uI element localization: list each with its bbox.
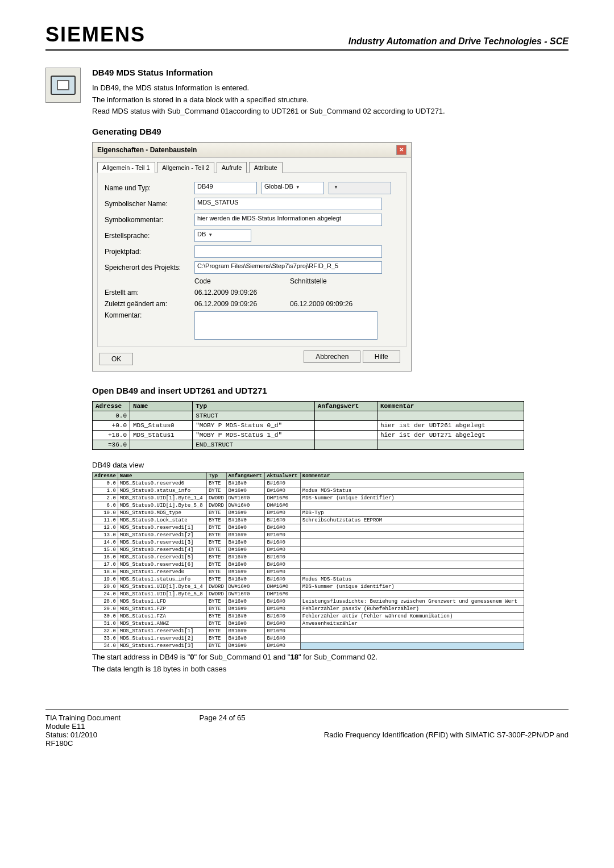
footer-left-3: Status: 01/2010 bbox=[45, 731, 121, 739]
tab-attribute[interactable]: Attribute bbox=[249, 162, 283, 173]
monitor-icon bbox=[45, 68, 81, 103]
table-row[interactable]: +18.0MDS_Status1"MOBY P MDS-Status 1_d"h… bbox=[93, 430, 524, 440]
intro-line-2: The information is stored in a data bloc… bbox=[92, 95, 569, 105]
intro-line-3: Read MDS status with Sub_Command 01accor… bbox=[92, 106, 569, 116]
dropdown-sprache[interactable]: DB bbox=[194, 229, 251, 242]
table-row[interactable]: +0.0MDS_Status0"MOBY P MDS-Status 0_d"hi… bbox=[93, 420, 524, 430]
table-row[interactable]: =36.0END_STRUCT bbox=[93, 440, 524, 449]
section-title-generating: Generating DB49 bbox=[92, 127, 569, 136]
struct-table: AdresseNameTypAnfangswertKommentar 0.0ST… bbox=[92, 401, 524, 450]
after-table-line-2: The data length is 18 bytes in both case… bbox=[92, 664, 569, 674]
footer-left-4: RF180C bbox=[45, 739, 121, 748]
value-erstellt: 06.12.2009 09:09:26 bbox=[194, 289, 285, 297]
table-row[interactable]: 0.0MDS_Status0.reserved0BYTEB#16#0B#16#0 bbox=[93, 480, 524, 487]
label-code: Code bbox=[194, 277, 285, 285]
table-row[interactable]: 14.0MDS_Status0.reserved1[3]BYTEB#16#0B#… bbox=[93, 539, 524, 546]
table-row[interactable]: 13.0MDS_Status0.reserved1[2]BYTEB#16#0B#… bbox=[93, 532, 524, 539]
page-header: SIEMENS Industry Automation and Drive Te… bbox=[45, 23, 569, 51]
table-row[interactable]: 16.0MDS_Status0.reserved1[5]BYTEB#16#0B#… bbox=[93, 554, 524, 561]
properties-dialog: Eigenschaften - Datenbaustein ✕ Allgemei… bbox=[92, 142, 412, 372]
dropdown-type[interactable]: Global-DB bbox=[262, 182, 324, 194]
intro-line-1: In DB49, the MDS status Information is e… bbox=[92, 83, 569, 93]
label-sym-kom: Symbolkommentar: bbox=[105, 216, 190, 224]
table-row[interactable]: 19.0MDS_Status1.status_infoBYTEB#16#0B#1… bbox=[93, 576, 524, 583]
dropdown-disabled bbox=[329, 182, 391, 194]
label-erst-spr: Erstellsprache: bbox=[105, 232, 190, 240]
input-sym-name[interactable]: MDS_STATUS bbox=[194, 198, 382, 210]
table-row[interactable]: 2.0MDS_Status0.UID[1].Byte_1_4DWORDDW#16… bbox=[93, 495, 524, 502]
table-row[interactable]: 1.0MDS_Status0.status_infoBYTEB#16#0B#16… bbox=[93, 487, 524, 495]
after-table-line-1: The start address in DB49 is "0" for Sub… bbox=[92, 652, 569, 662]
textarea-kommentar[interactable] bbox=[194, 311, 377, 340]
tab-allgemein-2[interactable]: Allgemein - Teil 2 bbox=[157, 162, 215, 173]
label-sym-name: Symbolischer Name: bbox=[105, 200, 190, 208]
table-row[interactable]: 11.0MDS_Status0.Lock_stateBYTEB#16#0B#16… bbox=[93, 517, 524, 524]
dialog-title: Eigenschaften - Datenbaustein bbox=[97, 146, 197, 154]
label-schnittstelle: Schnittstelle bbox=[290, 277, 327, 285]
table-row[interactable]: 34.0MDS_Status1.reserved1[3]BYTEB#16#0B#… bbox=[93, 642, 524, 650]
cancel-button[interactable]: Abbrechen bbox=[304, 350, 360, 363]
label-zuletzt: Zuletzt geändert am: bbox=[105, 300, 190, 308]
siemens-logo: SIEMENS bbox=[45, 23, 146, 47]
value-zuletzt-schnitt: 06.12.2009 09:09:26 bbox=[290, 300, 352, 308]
table-row[interactable]: 0.0STRUCT bbox=[93, 411, 524, 420]
tab-aufrufe[interactable]: Aufrufe bbox=[217, 162, 247, 173]
input-projpfad[interactable] bbox=[194, 245, 382, 258]
table-row[interactable]: 33.0MDS_Status1.reserved1[2]BYTEB#16#0B#… bbox=[93, 635, 524, 642]
table-row[interactable]: 28.0MDS_Status1.LFDBYTEB#16#0B#16#0Leist… bbox=[93, 598, 524, 606]
label-name-typ: Name und Typ: bbox=[105, 184, 190, 192]
table-row[interactable]: 18.0MDS_Status1.reserved0BYTEB#16#0B#16#… bbox=[93, 569, 524, 576]
table-row[interactable]: 24.0MDS_Status1.UID[1].Byte_5_8DWORDDW#1… bbox=[93, 591, 524, 598]
ok-button[interactable]: OK bbox=[99, 353, 133, 365]
dialog-tabs: Allgemein - Teil 1 Allgemein - Teil 2 Au… bbox=[93, 158, 411, 172]
table-row[interactable]: 15.0MDS_Status0.reserved1[4]BYTEB#16#0B#… bbox=[93, 546, 524, 554]
input-name[interactable]: DB49 bbox=[194, 182, 257, 194]
table-row[interactable]: 31.0MDS_Status1.ANWZBYTEB#16#0B#16#0Anwe… bbox=[93, 620, 524, 628]
help-button[interactable]: Hilfe bbox=[363, 350, 400, 363]
value-zuletzt-code: 06.12.2009 09:09:26 bbox=[194, 300, 285, 308]
table-row[interactable]: 17.0MDS_Status0.reserved1[6]BYTEB#16#0B#… bbox=[93, 561, 524, 569]
table-row[interactable]: 32.0MDS_Status1.reserved1[1]BYTEB#16#0B#… bbox=[93, 628, 524, 635]
label-speicher: Speicherort des Projekts: bbox=[105, 264, 190, 272]
header-subtitle: Industry Automation and Drive Technologi… bbox=[349, 36, 569, 47]
tab-allgemein-1[interactable]: Allgemein - Teil 1 bbox=[97, 162, 155, 173]
table-row[interactable]: 30.0MDS_Status1.FZABYTEB#16#0B#16#0Fehle… bbox=[93, 613, 524, 620]
section-title-open-db49: Open DB49 and insert UDT261 and UDT271 bbox=[92, 386, 569, 395]
table-row[interactable]: 20.0MDS_Status1.UID[1].Byte_1_4DWORDDW#1… bbox=[93, 583, 524, 591]
table-row[interactable]: 29.0MDS_Status1.FZPBYTEB#16#0B#16#0Fehle… bbox=[93, 606, 524, 613]
table-row[interactable]: 6.0MDS_Status0.UID[1].Byte_5_8DWORDDW#16… bbox=[93, 502, 524, 510]
label-projpfad: Projektpfad: bbox=[105, 248, 190, 256]
input-speicher[interactable]: C:\Program Files\Siemens\Step7\s7proj\RF… bbox=[194, 261, 382, 274]
input-sym-kom[interactable]: hier werden die MDS-Status Informationen… bbox=[194, 214, 382, 226]
label-erstellt: Erstellt am: bbox=[105, 289, 190, 297]
data-view-table: AdresseNameTypAnfangswertAktualwertKomme… bbox=[92, 472, 524, 650]
footer-left-2: Module E11 bbox=[45, 722, 121, 731]
section-title-data-view: DB49 data view bbox=[92, 460, 569, 470]
table-row[interactable]: 10.0MDS_Status0.MDS_typeBYTEB#16#0B#16#0… bbox=[93, 510, 524, 517]
section-title-db49: DB49 MDS Status Information bbox=[92, 68, 569, 77]
footer-right: Radio Frequency Identification (RFID) wi… bbox=[324, 731, 569, 739]
footer-divider bbox=[45, 710, 569, 710]
label-kommentar: Kommentar: bbox=[105, 311, 190, 319]
close-icon[interactable]: ✕ bbox=[396, 145, 406, 155]
footer-left-1: TIA Training Document bbox=[45, 713, 121, 722]
footer-center: Page 24 of 65 bbox=[200, 713, 246, 722]
table-row[interactable]: 12.0MDS_Status0.reserved1[1]BYTEB#16#0B#… bbox=[93, 524, 524, 532]
page-footer: TIA Training Document Module E11 Status:… bbox=[45, 713, 569, 748]
